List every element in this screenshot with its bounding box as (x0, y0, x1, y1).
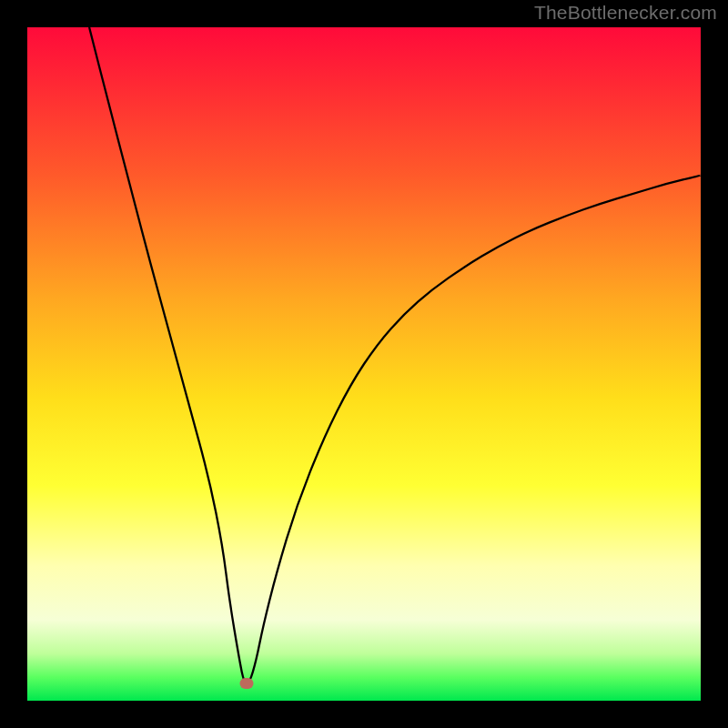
watermark-text: TheBottlenecker.com (534, 2, 717, 24)
outer-frame: TheBottlenecker.com (0, 0, 728, 728)
bottleneck-curve (27, 27, 701, 701)
optimal-point-marker (240, 678, 254, 689)
chart-plot-area (27, 27, 701, 701)
